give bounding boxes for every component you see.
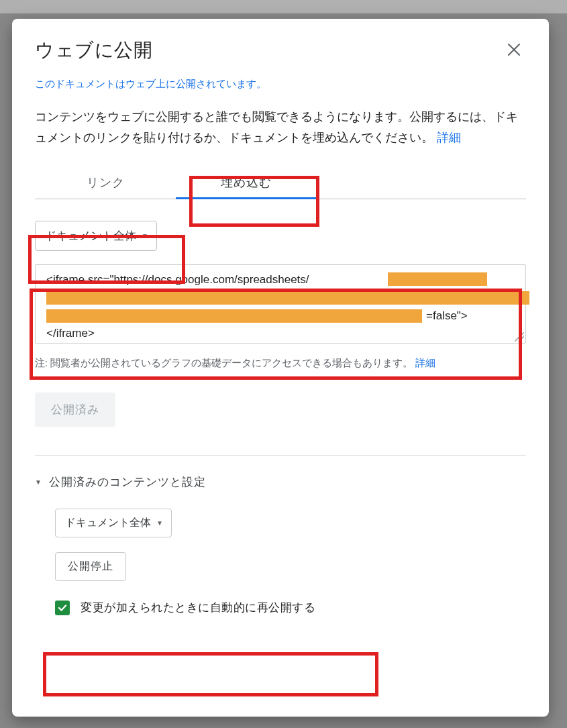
scope-dropdown[interactable]: ドキュメント全体 ▼ <box>35 221 157 251</box>
chart-data-note: 注: 閲覧者が公開されているグラフの基礎データにアクセスできる場合もあります。 … <box>35 357 526 370</box>
divider <box>35 455 526 456</box>
dialog-title: ウェブに公開 <box>35 38 152 63</box>
note-text: 注: 閲覧者が公開されているグラフの基礎データにアクセスできる場合もあります。 <box>35 358 413 368</box>
publish-to-web-dialog: ウェブに公開 このドキュメントはウェブ上に公開されています。 コンテンツをウェブ… <box>12 19 549 717</box>
chevron-down-icon: ▼ <box>142 232 148 240</box>
embed-code-line: <iframe src="https://docs.google.com/spr… <box>46 270 309 289</box>
redaction-block <box>46 291 529 305</box>
published-content-settings-toggle[interactable]: ▼ 公開済みのコンテンツと設定 <box>35 474 526 490</box>
auto-republish-checkbox[interactable] <box>55 601 70 615</box>
background-toolbar <box>0 0 567 13</box>
published-button: 公開済み <box>35 393 115 427</box>
tab-link[interactable]: リンク <box>35 165 176 199</box>
embed-code-line: =false"> <box>426 307 468 325</box>
redaction-block <box>388 272 487 286</box>
published-status-link[interactable]: このドキュメントはウェブ上に公開されています。 <box>35 78 266 91</box>
scope-dropdown-label: ドキュメント全体 <box>45 228 136 244</box>
redaction-block <box>46 309 422 323</box>
published-scope-dropdown[interactable]: ドキュメント全体 ▼ <box>55 509 172 537</box>
dialog-description: コンテンツをウェブに公開すると誰でも閲覧できるようになります。公開するには、ドキ… <box>35 107 526 148</box>
triangle-down-icon: ▼ <box>35 478 42 486</box>
embed-code-textarea[interactable]: <iframe src="https://docs.google.com/spr… <box>35 264 526 344</box>
auto-republish-row: 変更が加えられたときに自動的に再公開する <box>55 600 526 615</box>
stop-publishing-button[interactable]: 公開停止 <box>55 552 126 581</box>
tabs: リンク 埋め込む <box>35 165 526 199</box>
note-learn-more-link[interactable]: 詳細 <box>415 358 435 368</box>
tab-embed[interactable]: 埋め込む <box>176 165 317 199</box>
section-heading: 公開済みのコンテンツと設定 <box>49 474 206 490</box>
chevron-down-icon: ▼ <box>156 519 163 527</box>
learn-more-link[interactable]: 詳細 <box>437 131 461 144</box>
resize-handle-icon[interactable] <box>515 332 524 342</box>
published-scope-label: ドキュメント全体 <box>65 516 151 530</box>
close-icon[interactable] <box>502 38 526 62</box>
embed-code-line: </iframe> <box>46 324 95 342</box>
auto-republish-label: 変更が加えられたときに自動的に再公開する <box>81 600 315 615</box>
